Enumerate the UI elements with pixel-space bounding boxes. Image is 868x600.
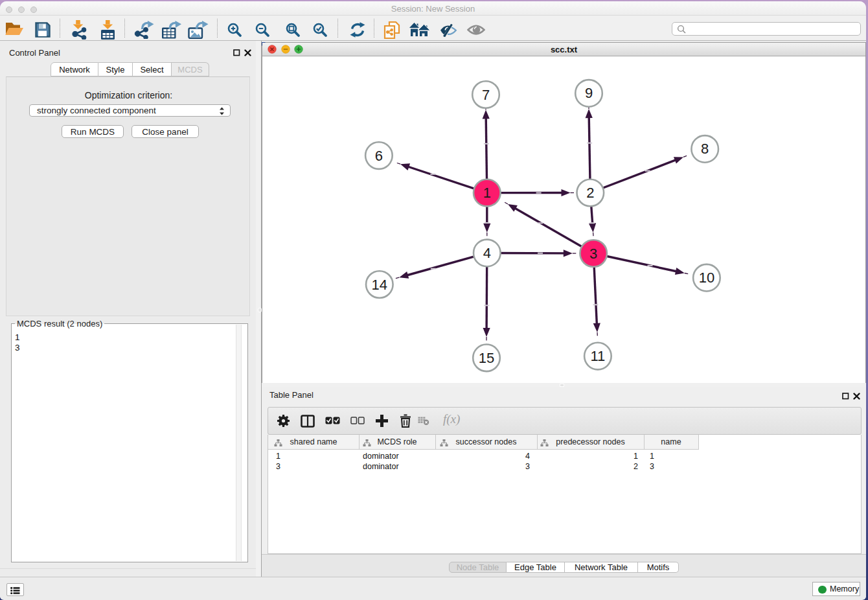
svg-text:15: 15	[479, 350, 494, 366]
svg-text:3: 3	[589, 246, 597, 262]
svg-text:14: 14	[372, 277, 387, 293]
svg-text:9: 9	[585, 85, 593, 101]
svg-text:1: 1	[483, 185, 491, 201]
svg-text:7: 7	[482, 87, 490, 103]
svg-text:4: 4	[483, 245, 491, 261]
svg-text:8: 8	[701, 141, 709, 157]
svg-text:2: 2	[586, 185, 594, 201]
svg-text:6: 6	[375, 148, 383, 164]
svg-text:10: 10	[699, 270, 714, 286]
svg-text:11: 11	[590, 348, 605, 364]
